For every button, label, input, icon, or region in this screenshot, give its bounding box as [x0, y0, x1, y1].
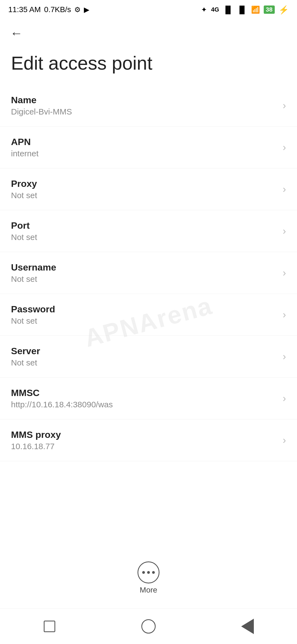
- settings-item-label: Username: [11, 262, 277, 273]
- settings-item-label: Server: [11, 346, 277, 356]
- settings-item-label: Name: [11, 95, 277, 105]
- chevron-right-icon: ›: [283, 225, 286, 237]
- speed-display: 0.7KB/s: [44, 5, 71, 14]
- recents-icon: [44, 621, 55, 632]
- settings-item-content: Port Not set: [11, 220, 277, 242]
- settings-item-content: Server Not set: [11, 346, 277, 367]
- settings-item-label: Port: [11, 220, 277, 231]
- settings-item-label: MMS proxy: [11, 429, 277, 440]
- chevron-right-icon: ›: [283, 393, 286, 404]
- back-arrow-icon: ←: [10, 26, 23, 40]
- settings-item-label: MMSC: [11, 388, 277, 398]
- chevron-right-icon: ›: [283, 309, 286, 321]
- settings-item-name[interactable]: Name Digicel-Bvi-MMS ›: [0, 85, 297, 127]
- charging-icon: ⚡: [279, 5, 289, 15]
- back-icon: [241, 619, 254, 634]
- time-display: 11:35 AM: [8, 5, 41, 14]
- signal-bars-icon: ▐▌: [223, 6, 233, 14]
- nav-recents-button[interactable]: [38, 615, 61, 637]
- chevron-right-icon: ›: [283, 267, 286, 279]
- settings-item-server[interactable]: Server Not set ›: [0, 336, 297, 378]
- chevron-right-icon: ›: [283, 184, 286, 195]
- settings-item-proxy[interactable]: Proxy Not set ›: [0, 168, 297, 210]
- settings-item-label: Password: [11, 304, 277, 315]
- settings-item-content: MMSC http://10.16.18.4:38090/was: [11, 388, 277, 409]
- settings-item-password[interactable]: Password Not set ›: [0, 294, 297, 336]
- settings-item-value: Not set: [11, 191, 277, 200]
- settings-item-value: Not set: [11, 233, 277, 242]
- more-dots-icon: [142, 571, 155, 574]
- more-button[interactable]: More: [138, 561, 160, 594]
- bluetooth-icon: ✦: [201, 6, 207, 14]
- nav-bar: [0, 608, 297, 644]
- settings-item-content: Username Not set: [11, 262, 277, 284]
- status-left: 11:35 AM 0.7KB/s ⚙ ▶: [8, 5, 89, 14]
- dot-2: [147, 571, 150, 574]
- chevron-right-icon: ›: [283, 142, 286, 153]
- nav-back-button[interactable]: [237, 615, 258, 637]
- more-label: More: [140, 586, 157, 594]
- chevron-right-icon: ›: [283, 100, 286, 111]
- status-right: ✦ 4G ▐▌ ▐▌ 📶 38 ⚡: [201, 5, 289, 15]
- settings-item-content: Name Digicel-Bvi-MMS: [11, 95, 277, 116]
- dot-3: [152, 571, 155, 574]
- toolbar: ←: [0, 19, 297, 47]
- settings-item-label: Proxy: [11, 178, 277, 189]
- video-icon: ▶: [84, 6, 89, 14]
- battery-icon: 38: [264, 6, 275, 14]
- more-circle-icon: [138, 561, 160, 583]
- settings-item-content: APN internet: [11, 137, 277, 158]
- settings-item-value: internet: [11, 149, 277, 158]
- chevron-right-icon: ›: [283, 351, 286, 362]
- status-bar: 11:35 AM 0.7KB/s ⚙ ▶ ✦ 4G ▐▌ ▐▌ 📶 38 ⚡: [0, 0, 297, 19]
- home-icon: [141, 619, 156, 634]
- chevron-right-icon: ›: [283, 435, 286, 446]
- settings-item-mms-proxy[interactable]: MMS proxy 10.16.18.77 ›: [0, 419, 297, 461]
- settings-item-port[interactable]: Port Not set ›: [0, 210, 297, 252]
- settings-item-username[interactable]: Username Not set ›: [0, 252, 297, 294]
- settings-item-content: Proxy Not set: [11, 178, 277, 200]
- settings-item-mmsc[interactable]: MMSC http://10.16.18.4:38090/was ›: [0, 378, 297, 419]
- dot-1: [142, 571, 145, 574]
- settings-icon: ⚙: [74, 6, 81, 14]
- settings-item-value: Not set: [11, 316, 277, 326]
- nav-home-button[interactable]: [138, 615, 160, 637]
- settings-item-content: MMS proxy 10.16.18.77: [11, 429, 277, 451]
- wifi-icon: 📶: [251, 6, 260, 14]
- settings-item-value: 10.16.18.77: [11, 442, 277, 451]
- settings-item-label: APN: [11, 137, 277, 147]
- signal-4g-icon: 4G: [211, 6, 219, 13]
- settings-item-value: http://10.16.18.4:38090/was: [11, 400, 277, 409]
- back-button[interactable]: ←: [8, 25, 25, 41]
- signal-bars-2-icon: ▐▌: [237, 6, 247, 14]
- settings-list: Name Digicel-Bvi-MMS › APN internet › Pr…: [0, 85, 297, 461]
- settings-item-value: Not set: [11, 358, 277, 367]
- page-title: Edit access point: [0, 47, 297, 85]
- settings-item-value: Not set: [11, 274, 277, 284]
- settings-item-apn[interactable]: APN internet ›: [0, 127, 297, 168]
- settings-item-value: Digicel-Bvi-MMS: [11, 107, 277, 116]
- settings-item-content: Password Not set: [11, 304, 277, 326]
